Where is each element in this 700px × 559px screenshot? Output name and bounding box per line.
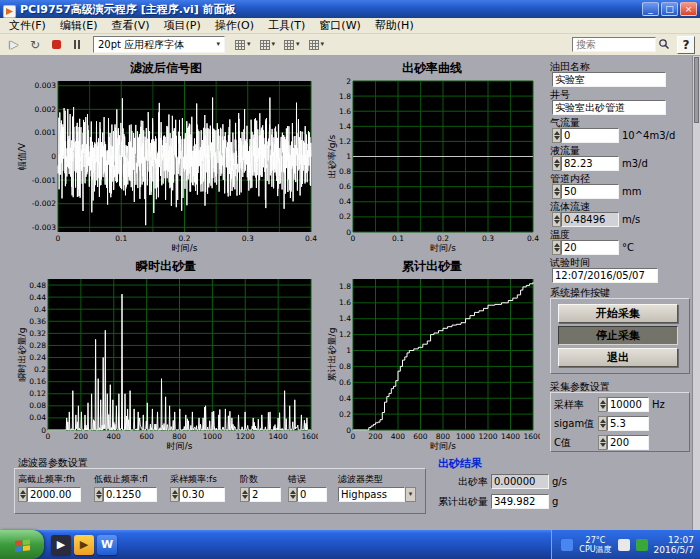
titlebar[interactable]: PCI9757高级演示程序 [主程序.vi] 前面板 _ □ × [0,0,700,18]
labview-app-icon [3,3,16,16]
svg-text:800: 800 [172,432,187,441]
svg-text:400: 400 [107,432,122,441]
sand-rate-curve-plot: 00.10.20.30.421.81.61.41.210.80.60.40.20… [324,76,540,254]
tray-icon-shield[interactable] [636,539,648,551]
sampling-freq-input[interactable]: 0.30 [179,487,225,502]
tray-icon-volume[interactable] [618,539,630,551]
svg-text:1200: 1200 [236,432,255,441]
start-acquisition-button[interactable]: 开始采集 [558,304,678,323]
order-spinner[interactable] [240,487,249,502]
tray-icon-monitor[interactable] [561,539,573,551]
svg-text:200: 200 [368,432,383,441]
temperature-input[interactable]: 20 [561,240,619,255]
menu-item-operate[interactable]: 操作(O) [208,18,261,33]
well-number-input[interactable]: 实验室出砂管道 [552,100,666,115]
svg-text:1.6: 1.6 [339,107,351,116]
sigam-spinner[interactable] [598,416,607,431]
sampling-rate-input[interactable]: 10000 [607,397,649,412]
fluid-velocity-spinner [552,212,561,227]
desktop: PCI9757高级演示程序 [主程序.vi] 前面板 _ □ × 文件(F) 编… [0,0,700,559]
gas-flow-spinner[interactable] [552,128,561,143]
high-cutoff-spinner[interactable] [18,487,27,502]
svg-text:1200: 1200 [478,432,497,441]
taskbar-app-icon-1[interactable]: ▶ [51,535,71,555]
low-cutoff-spinner[interactable] [94,487,103,502]
svg-text:0.44: 0.44 [29,293,46,302]
svg-text:1600: 1600 [523,432,540,441]
test-time-indicator: 12:07/2016/05/07 [552,268,658,283]
resize-objects-dropdown[interactable]: ▾ [281,39,303,51]
menu-item-file[interactable]: 文件(F) [2,18,53,33]
oilfield-name-input[interactable]: 实验室 [552,72,666,87]
vertical-scrollbar[interactable] [692,56,700,530]
pipe-diameter-input[interactable]: 50 [561,184,619,199]
abort-icon[interactable] [47,36,65,54]
high-cutoff-input[interactable]: 2000.00 [27,487,81,502]
menu-item-view[interactable]: 查看(V) [104,18,156,33]
gas-flow-input[interactable]: 0 [561,128,619,143]
menu-item-help[interactable]: 帮助(H) [368,18,421,33]
sampling-rate-unit: Hz [652,399,665,410]
filter-type-dropdown-arrow[interactable]: ▾ [405,487,416,502]
context-help-button[interactable]: ? [677,36,695,54]
menu-item-edit[interactable]: 编辑(E) [53,18,105,33]
menu-item-project[interactable]: 项目(P) [157,18,208,33]
field-label-cumulative-sand: 累计出砂量 [430,495,488,509]
sampling-rate-spinner[interactable] [598,397,607,412]
menubar: 文件(F) 编辑(E) 查看(V) 项目(P) 操作(O) 工具(T) 窗口(W… [0,18,700,34]
taskbar-clock[interactable]: 12:07 2016/5/7 [654,535,694,555]
menu-item-window[interactable]: 窗口(W) [312,18,367,33]
taskbar-app-icon-3[interactable]: W [97,535,117,555]
sigam-input[interactable]: 5.3 [607,416,649,431]
scrollbar-thumb[interactable] [694,57,699,123]
svg-text:0.8: 0.8 [339,167,351,176]
svg-text:时间/s: 时间/s [167,441,193,451]
system-tray: 27°C CPU温度 12:07 2016/5/7 [551,530,700,559]
low-cutoff-input[interactable]: 0.1250 [103,487,157,502]
sampling-freq-spinner[interactable] [170,487,179,502]
maximize-button[interactable]: □ [661,2,678,16]
pipe-diameter-spinner[interactable] [552,184,561,199]
search-input[interactable] [572,37,656,52]
field-label-sand-rate: 出砂率 [430,475,488,489]
start-button[interactable] [0,530,44,559]
distribute-objects-icon [260,40,270,50]
distribute-objects-dropdown[interactable]: ▾ [257,39,279,51]
pause-icon[interactable] [68,36,86,54]
c-value-input[interactable]: 200 [607,435,649,450]
svg-text:时间/s: 时间/s [172,243,198,253]
align-objects-dropdown[interactable]: ▾ [232,39,254,51]
cumulative-sand-unit: g [552,496,558,507]
menu-item-tools[interactable]: 工具(T) [261,18,312,33]
reorder-dropdown[interactable]: ▾ [306,39,328,51]
liquid-flow-input[interactable]: 82.23 [561,156,619,171]
run-icon[interactable]: ▶ [5,36,23,54]
filter-type-dropdown[interactable]: Highpass [338,487,405,502]
order-input[interactable]: 2 [249,487,281,502]
c-value-spinner[interactable] [598,435,607,450]
exit-button[interactable]: 退出 [558,348,678,367]
minimize-button[interactable]: _ [642,2,659,16]
stop-acquisition-button[interactable]: 停止采集 [558,326,678,345]
svg-text:2: 2 [346,77,351,86]
field-label-sampling-freq: 采样频率:fs [170,473,217,486]
liquid-flow-spinner[interactable] [552,156,561,171]
font-selector[interactable]: 20pt 应用程序字体 ▾ [93,36,225,53]
svg-text:0: 0 [51,152,56,161]
field-label-sigam: sigam值 [554,417,598,431]
continuous-run-icon[interactable]: ↻ [26,36,44,54]
svg-text:幅值/V: 幅值/V [17,142,27,170]
svg-text:0.2: 0.2 [437,234,449,243]
svg-text:出砂率/g/s: 出砂率/g/s [327,134,337,178]
svg-text:0.003: 0.003 [35,81,57,90]
svg-text:0: 0 [346,426,351,435]
search-icon[interactable] [658,35,670,54]
svg-text:0.3: 0.3 [482,234,494,243]
field-label-c-value: C值 [554,436,598,450]
close-button[interactable]: × [680,2,697,16]
resize-objects-icon [284,40,294,50]
svg-text:1.8: 1.8 [339,282,351,291]
taskbar-app-icon-2[interactable]: ▶ [74,535,94,555]
temperature-spinner[interactable] [552,240,561,255]
svg-text:0.2: 0.2 [179,234,191,243]
